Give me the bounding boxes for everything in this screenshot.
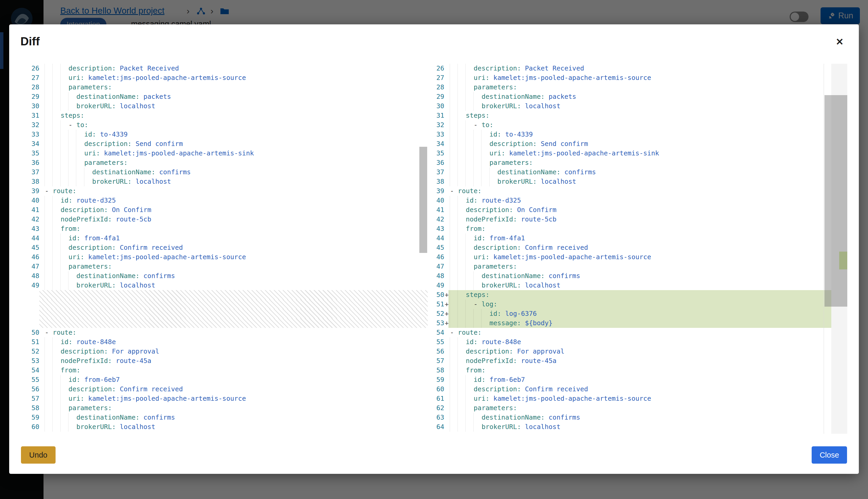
line-number: 32 xyxy=(431,120,444,130)
indent-guide xyxy=(473,281,474,290)
indent-guide xyxy=(465,252,466,262)
line-number: 32 xyxy=(21,120,39,130)
indent-guide xyxy=(45,120,45,130)
code-line: 50- route: xyxy=(21,328,428,337)
code-line: 49 brokerURL: localhost xyxy=(431,281,847,290)
code-line: 49 brokerURL: localhost xyxy=(21,281,428,290)
code-line: 39- route: xyxy=(21,186,428,196)
indent-guide xyxy=(52,168,53,177)
code-text: parameters: xyxy=(45,159,127,167)
code-line: 28 parameters: xyxy=(21,83,428,92)
indent-guide xyxy=(457,252,458,262)
indent-guide xyxy=(481,149,481,158)
diff-added-plus xyxy=(444,73,449,83)
indent-guide xyxy=(60,252,61,262)
diff-pane-original[interactable]: 26 description: Packet Received27 uri: k… xyxy=(21,64,428,434)
indent-guide xyxy=(84,177,84,186)
code-text: destinationName: confirms xyxy=(45,168,191,176)
diff-added-plus xyxy=(444,224,449,233)
line-number: 44 xyxy=(21,233,39,243)
code-line: 56 description: For approval xyxy=(431,347,847,356)
code-text: id: to-4339 xyxy=(45,131,127,138)
diff-added-plus xyxy=(444,328,449,337)
indent-guide xyxy=(52,422,53,431)
code-line: 56 description: Confirm received xyxy=(21,385,428,394)
code-text: uri: kamelet:jms-pooled-apache-artemis-s… xyxy=(450,395,651,402)
code-text: from: xyxy=(45,225,80,232)
indent-guide xyxy=(450,262,450,271)
code-text: brokerURL: localhost xyxy=(450,102,560,110)
indent-guide xyxy=(457,243,458,252)
diff-pane-modified[interactable]: 26 description: Packet Received27 uri: k… xyxy=(431,64,847,434)
indent-guide xyxy=(473,149,474,158)
indent-guide xyxy=(76,139,76,149)
indent-guide xyxy=(45,337,45,347)
code-line: 55 id: from-6eb7 xyxy=(21,375,428,385)
code-text: brokerURL: localhost xyxy=(45,102,155,110)
indent-guide xyxy=(450,403,450,413)
indent-guide xyxy=(450,318,450,328)
code-text: description: Packet Received xyxy=(450,64,584,72)
diff-added-plus xyxy=(444,243,449,252)
indent-guide xyxy=(465,271,466,281)
indent-guide xyxy=(465,92,466,101)
code-line: 57 nodePrefixId: route-45a xyxy=(431,356,847,366)
indent-guide xyxy=(465,318,466,328)
diff-added-plus xyxy=(444,252,449,262)
code-line: 46 uri: kamelet:jms-pooled-apache-artemi… xyxy=(21,252,428,262)
code-text: uri: kamelet:jms-pooled-apache-artemis-s… xyxy=(450,74,651,82)
code-text: destinationName: packets xyxy=(45,93,171,100)
code-text: destinationName: confirms xyxy=(45,272,175,280)
code-text: - log: xyxy=(450,300,498,308)
indent-guide xyxy=(52,385,53,394)
line-number: 43 xyxy=(21,224,39,233)
indent-guide xyxy=(52,403,53,413)
indent-guide xyxy=(60,130,61,139)
diff-added-plus: + xyxy=(444,309,449,318)
code-line: 31 steps: xyxy=(431,111,847,120)
indent-guide xyxy=(60,233,61,243)
indent-guide xyxy=(465,413,466,422)
indent-guide xyxy=(473,92,474,101)
code-text: - route: xyxy=(45,187,76,195)
indent-guide xyxy=(68,149,69,158)
indent-guide xyxy=(450,130,450,139)
indent-guide xyxy=(45,262,45,271)
code-line: 29 destinationName: packets xyxy=(431,92,847,101)
right-scrollbar-thumb[interactable] xyxy=(824,95,847,307)
indent-guide xyxy=(450,196,450,205)
code-text: brokerURL: localhost xyxy=(450,281,560,289)
indent-guide xyxy=(465,120,466,130)
indent-guide xyxy=(52,120,53,130)
code-line: 60 description: Confirm received xyxy=(431,385,847,394)
indent-guide xyxy=(473,158,474,168)
code-line: 51 id: route-848e xyxy=(21,337,428,347)
line-number: 59 xyxy=(21,413,39,422)
indent-guide xyxy=(76,168,76,177)
diff-added-plus: + xyxy=(444,290,449,300)
indent-guide xyxy=(450,413,450,422)
indent-guide xyxy=(450,252,450,262)
indent-guide xyxy=(465,177,466,186)
close-button[interactable]: Close xyxy=(812,446,847,464)
indent-guide xyxy=(45,196,45,205)
left-scrollbar-thumb[interactable] xyxy=(419,147,427,253)
indent-guide xyxy=(465,101,466,111)
code-text: nodePrefixId: route-45a xyxy=(45,357,151,365)
indent-guide xyxy=(450,347,450,356)
code-text: description: Confirm received xyxy=(450,244,588,251)
close-icon[interactable]: ✕ xyxy=(834,37,845,47)
indent-guide xyxy=(457,158,458,168)
indent-guide xyxy=(457,64,458,73)
indent-guide xyxy=(457,403,458,413)
line-number: 40 xyxy=(21,196,39,205)
code-text: id: route-d325 xyxy=(450,197,521,204)
indent-guide xyxy=(45,271,45,281)
diff-added-plus xyxy=(444,385,449,394)
indent-guide xyxy=(473,271,474,281)
indent-guide xyxy=(60,262,61,271)
undo-button[interactable]: Undo xyxy=(21,446,56,464)
indent-guide xyxy=(457,139,458,149)
indent-guide xyxy=(68,139,69,149)
line-number: 39 xyxy=(21,186,39,196)
